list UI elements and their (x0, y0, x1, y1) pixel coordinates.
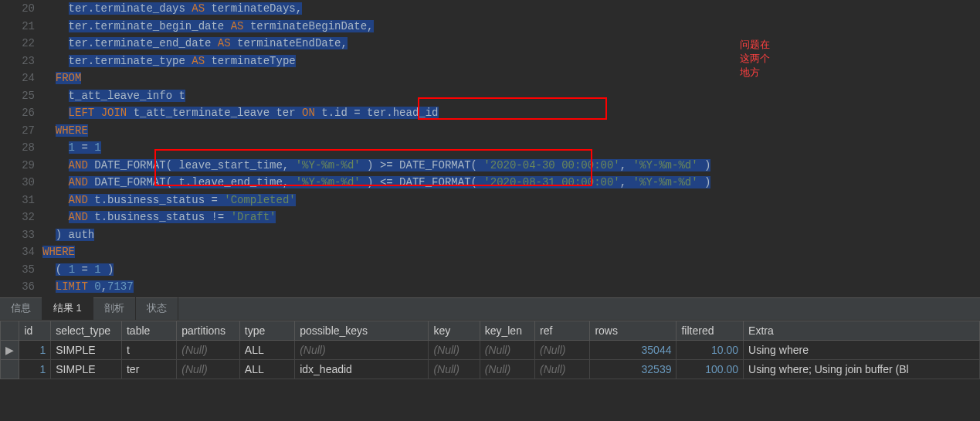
code-line[interactable]: FROM (42, 70, 980, 87)
cell-Extra: Using where; Using join buffer (Bl (744, 360, 980, 379)
code-line[interactable]: t_att_leave_info t (42, 87, 980, 105)
col-key[interactable]: key (429, 321, 480, 341)
code-line[interactable]: ter.terminate_begin_date AS terminateBeg… (42, 18, 980, 36)
code-line[interactable]: ter.terminate_type AS terminateType (42, 53, 980, 70)
code-line[interactable]: 1 = 1 (42, 139, 980, 157)
code-line[interactable]: ter.terminate_days AS terminateDays, (42, 0, 980, 18)
line-number: 29 (0, 157, 35, 175)
code-line[interactable]: AND DATE_FORMAT( leave_start_time, '%Y-%… (42, 157, 980, 175)
line-number: 24 (0, 70, 35, 87)
col-rows[interactable]: rows (590, 321, 677, 341)
annotation-text: 问题在 这两个 地方 (740, 38, 770, 80)
line-number: 34 (0, 243, 35, 261)
cell-Extra: Using where (744, 341, 980, 360)
cell-filtered: 10.00 (677, 341, 744, 360)
col-select_type[interactable]: select_type (51, 321, 122, 341)
cell-select_type: SIMPLE (51, 360, 122, 379)
line-number: 31 (0, 192, 35, 209)
col-ref[interactable]: ref (535, 321, 590, 341)
table-row[interactable]: ▶1SIMPLEt(Null)ALL(Null)(Null)(Null)(Nul… (1, 341, 980, 360)
code-line[interactable]: WHERE (42, 122, 980, 140)
cell-key_len: (Null) (480, 341, 534, 360)
cell-table: t (121, 341, 176, 360)
results-pane: idselect_typetablepartitionstypepossible… (0, 321, 980, 421)
cell-possible_keys: (Null) (295, 341, 429, 360)
col-type[interactable]: type (239, 321, 294, 341)
code-line[interactable]: ter.terminate_end_date AS terminateEndDa… (42, 35, 980, 53)
tab-result1[interactable]: 结果 1 (42, 297, 93, 320)
line-number: 36 (0, 278, 35, 296)
cell-filtered: 100.00 (677, 360, 744, 379)
line-number: 30 (0, 174, 35, 192)
cell-partitions: (Null) (177, 360, 240, 379)
cell-rows: 35044 (590, 341, 677, 360)
col-Extra[interactable]: Extra (744, 321, 980, 341)
line-number: 26 (0, 104, 35, 122)
code-line[interactable]: AND DATE_FORMAT( t.leave_end_time, '%Y-%… (42, 174, 980, 192)
line-number: 25 (0, 87, 35, 105)
tab-info[interactable]: 信息 (0, 297, 42, 320)
line-number: 28 (0, 139, 35, 157)
line-number: 35 (0, 261, 35, 279)
line-number: 20 (0, 0, 35, 18)
result-tabs: 信息 结果 1 剖析 状态 (0, 297, 980, 321)
cell-key: (Null) (429, 360, 480, 379)
table-row[interactable]: 1SIMPLEter(Null)ALLidx_headid(Null)(Null… (1, 360, 980, 379)
code-line[interactable]: LIMIT 0,7137 (42, 278, 980, 296)
results-table[interactable]: idselect_typetablepartitionstypepossible… (0, 321, 980, 379)
line-number: 21 (0, 18, 35, 36)
line-number: 27 (0, 122, 35, 140)
line-number: 22 (0, 35, 35, 53)
line-number: 32 (0, 209, 35, 226)
cell-partitions: (Null) (177, 341, 240, 360)
results-body: ▶1SIMPLEt(Null)ALL(Null)(Null)(Null)(Nul… (1, 341, 980, 379)
col-id[interactable]: id (19, 321, 51, 341)
code-editor[interactable]: 2021222324252627282930313233343536 ter.t… (0, 0, 980, 297)
line-number: 33 (0, 226, 35, 244)
code-line[interactable]: LEFT JOIN t_att_terminate_leave ter ON t… (42, 104, 980, 122)
line-number: 23 (0, 53, 35, 70)
code-line[interactable]: ( 1 = 1 ) (42, 261, 980, 279)
cell-id: 1 (19, 360, 51, 379)
col-table[interactable]: table (121, 321, 176, 341)
col-possible_keys[interactable]: possible_keys (295, 321, 429, 341)
cell-possible_keys: idx_headid (295, 360, 429, 379)
code-line[interactable]: ) auth (42, 226, 980, 244)
line-numbers: 2021222324252627282930313233343536 (0, 0, 42, 296)
cell-ref: (Null) (535, 341, 590, 360)
code-line[interactable]: WHERE (42, 243, 980, 261)
cell-key_len: (Null) (480, 360, 534, 379)
tab-status[interactable]: 状态 (136, 297, 178, 320)
cell-ref: (Null) (535, 360, 590, 379)
col-filtered[interactable]: filtered (677, 321, 744, 341)
cell-select_type: SIMPLE (51, 341, 122, 360)
code-content[interactable]: ter.terminate_days AS terminateDays, ter… (42, 0, 980, 296)
col-partitions[interactable]: partitions (177, 321, 240, 341)
cell-type: ALL (239, 341, 294, 360)
cell-table: ter (121, 360, 176, 379)
tab-profile[interactable]: 剖析 (93, 297, 136, 320)
cell-id: 1 (19, 341, 51, 360)
cell-type: ALL (239, 360, 294, 379)
cell-key: (Null) (429, 341, 480, 360)
col-key_len[interactable]: key_len (480, 321, 534, 341)
results-header-row: idselect_typetablepartitionstypepossible… (1, 321, 980, 341)
code-line[interactable]: AND t.business_status != 'Draft' (42, 209, 980, 226)
code-line[interactable]: AND t.business_status = 'Completed' (42, 192, 980, 209)
cell-rows: 32539 (590, 360, 677, 379)
